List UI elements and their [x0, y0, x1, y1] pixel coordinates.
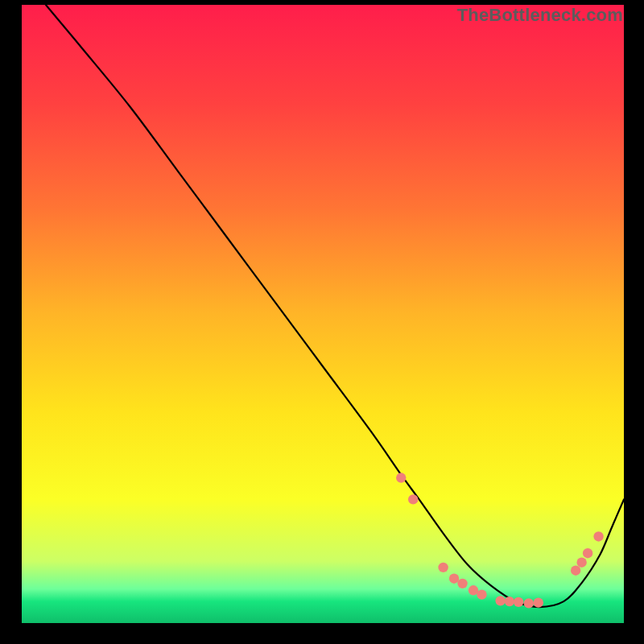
chart-background: [22, 5, 624, 623]
chart-plot: [22, 5, 624, 623]
chart-marker: [524, 598, 534, 608]
chart-marker: [449, 574, 459, 584]
chart-marker: [396, 473, 406, 482]
chart-marker: [438, 563, 448, 572]
chart-marker: [514, 597, 523, 607]
chart-marker: [593, 531, 603, 541]
chart-marker: [408, 494, 418, 504]
watermark-text: TheBottleneck.com: [457, 5, 623, 26]
chart-frame: [22, 5, 624, 623]
chart-marker: [505, 597, 514, 606]
chart-marker: [495, 596, 505, 605]
chart-marker: [457, 579, 467, 588]
chart-marker: [469, 585, 478, 595]
chart-marker: [534, 597, 543, 607]
chart-marker: [571, 566, 580, 576]
chart-marker: [583, 548, 592, 558]
chart-marker: [576, 558, 586, 568]
chart-marker: [477, 589, 486, 599]
